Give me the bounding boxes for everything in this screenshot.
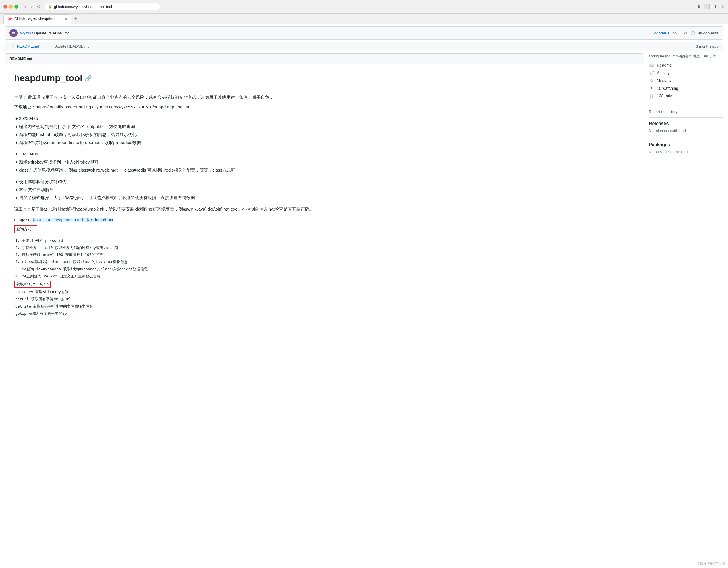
reload-button[interactable]: ↺: [35, 3, 42, 10]
file-row: 📄 README.md Update README.md 3 months ag…: [5, 42, 723, 51]
query-section-label: 查询方式：: [14, 226, 37, 233]
maximize-button[interactable]: [14, 5, 18, 9]
disclaimer-text: 声明： 此工具仅用于企业安全人员自查验证自身企业资产的安全风险，或有合法授权的安…: [14, 94, 635, 101]
sidebar-forks-label: 138 forks: [657, 94, 673, 98]
bookmark-icon[interactable]: ☆: [721, 4, 725, 9]
log-item-1: + 输出内容会写到当前目录下 文件名_output.txt，方便随时查询: [14, 123, 635, 130]
readme-body: heapdump_tool 🔗 声明： 此工具仅用于企业安全人员自查验证自身企业…: [5, 64, 644, 328]
packages-empty: No packages published: [649, 150, 723, 154]
query-item-1: 1. 关键词 例如 password: [14, 238, 635, 244]
sidebar-divider-2: [649, 117, 723, 118]
file-commit-msg: Update README.md: [54, 44, 693, 49]
description-section: 该工具是基于jhat，通过jhat解析heapdump文件，所以需要安装jdk和…: [14, 206, 635, 213]
getfile-item-4: getip 获取所有字符串中的ip: [14, 311, 635, 317]
file-name[interactable]: README.md: [17, 44, 51, 49]
close-button[interactable]: [3, 5, 7, 9]
description-text: 该工具是基于jhat，通过jhat解析heapdump文件，所以需要安装jdk和…: [14, 206, 635, 213]
sidebar-stars-label: 1k stars: [657, 78, 671, 83]
watermark: CSDN @星球守卫者: [697, 561, 726, 566]
book-icon: 📖: [649, 63, 655, 68]
query-item-2: 2. 字符长度 len=10 获取长度为10的所有key或者value值: [14, 245, 635, 251]
sidebar-divider-1: [649, 106, 723, 106]
sidebar-readme-label: Readme: [657, 63, 672, 67]
usage-line: usage:> java -jar heapdump_tool.jar heap…: [14, 217, 635, 223]
readme-title: heapdump_tool 🔗: [14, 71, 635, 89]
commit-date: on Jul 21: [673, 31, 688, 35]
commit-author[interactable]: wyzxxz: [20, 31, 33, 35]
sidebar: spring heapdump中的密码明文，AK，等 📖 Readme 📈 Ac…: [649, 53, 723, 328]
minimize-button[interactable]: [9, 5, 13, 9]
download-url: 下载地址：https://toolaffix.oss-cn-beijing.al…: [14, 104, 635, 111]
changelog-date-1: + 20230425: [14, 115, 635, 122]
share-icon[interactable]: ⬆: [713, 4, 717, 9]
repo-description: spring heapdump中的密码明文，AK，等: [649, 53, 723, 59]
improve-1: + 使用体感和部分功能调优。: [14, 178, 635, 185]
sidebar-item-forks[interactable]: 🍴 138 forks: [649, 92, 723, 100]
tab-close-button[interactable]: ✕: [65, 17, 67, 21]
active-tab[interactable]: 🐙 GitHub - wyzxxz/heapdump_t... ✕: [3, 14, 71, 24]
sidebar-item-watching[interactable]: 👁 10 watching: [649, 85, 723, 92]
address-bar[interactable]: 🔒 github.com/wyzxxz/heapdump_tool: [45, 3, 160, 10]
releases-empty: No releases published: [649, 129, 723, 133]
commit-message: Update README.md: [34, 31, 69, 35]
packages-title: Packages: [649, 142, 723, 148]
improve-3: + 增加了模式选择，大于15W数据时，可以选择模式0 ，不用加载所有数据，直接快…: [14, 194, 635, 201]
tab-title: GitHub - wyzxxz/heapdump_t...: [14, 17, 62, 21]
sidebar-item-stars[interactable]: ☆ 1k stars: [649, 77, 723, 85]
query-items: 1. 关键词 例如 password 2. 字符长度 len=10 获取长度为1…: [14, 238, 635, 317]
browser-toolbar-right: ⬇ ⬜ ⬆ ☆: [697, 4, 725, 9]
query-item-4: 4. class模糊搜索 class=xxx 获取class的instance数…: [14, 259, 635, 265]
query-item-5: 5. id查询 id=0xaaaaaa 获取id为0xaaaaaa的class或…: [14, 266, 635, 272]
commit-bar: w wyzxxz Update README.md cdbde6a on Jul…: [5, 26, 723, 40]
traffic-lights: [3, 5, 18, 9]
file-icon: 📄: [9, 44, 14, 49]
usage-code: java -jar heapdump_tool.jar heapdump: [30, 218, 113, 222]
nav-buttons: ‹ › ↺: [23, 3, 42, 10]
commit-meta: cdbde6a on Jul 21 🕐 49 commits: [654, 31, 719, 35]
download-icon[interactable]: ⬇: [697, 4, 701, 9]
changelog-2023b: + 20230406 + 新增shirokey查找识别，输入shirokey即可…: [14, 151, 635, 174]
eye-icon: 👁: [649, 86, 655, 91]
packages-section: Packages No packages published: [649, 142, 723, 154]
new-tab-button[interactable]: +: [73, 16, 79, 22]
anchor-icon[interactable]: 🔗: [85, 74, 92, 83]
releases-section: Releases No releases published: [649, 121, 723, 133]
getfile-item-2: geturl 获取所有字符串中的url: [14, 296, 635, 302]
log-item-2: + 新增功能hashtable读取，可获取比较多的信息，结果展示优化: [14, 131, 635, 138]
readme-disclaimer: 声明： 此工具仅用于企业安全人员自查验证自身企业资产的安全风险，或有合法授权的安…: [14, 94, 635, 111]
releases-title: Releases: [649, 121, 723, 126]
report-section: Report repository: [649, 109, 723, 114]
github-page: w wyzxxz Update README.md cdbde6a on Jul…: [0, 24, 728, 568]
star-icon: ☆: [649, 78, 655, 84]
improvements: + 使用体感和部分功能调优。 + 对gz文件自动解压 + 增加了模式选择，大于1…: [14, 178, 635, 201]
clock-icon: 🕐: [690, 31, 695, 35]
commit-count: 49 commits: [698, 31, 719, 35]
sidebar-item-readme[interactable]: 📖 Readme: [649, 61, 723, 69]
getfile-section-label: 获取url,file,ip: [14, 281, 51, 288]
sidebar-nav-section: 📖 Readme 📈 Activity ☆ 1k stars 👁 10 watc…: [649, 61, 723, 100]
sidebar-divider-3: [649, 139, 723, 139]
file-age: 3 months ago: [696, 44, 719, 49]
readme-area: README.md heapdump_tool 🔗 声明： 此工具仅用于企业安全…: [5, 53, 644, 328]
query-item-6: 4. re正则查询 re=xxx 自定义正则查询数据信息: [14, 274, 635, 280]
sidebar-item-activity[interactable]: 📈 Activity: [649, 69, 723, 77]
fork-icon: 🍴: [649, 93, 655, 99]
tab-favicon: 🐙: [8, 17, 12, 21]
commit-hash[interactable]: cdbde6a: [654, 31, 670, 35]
back-button[interactable]: ‹: [23, 3, 28, 10]
getfile-item-3: getfile 获取所有字符串中的文件路径文件名: [14, 303, 635, 309]
sidebar-watching-label: 10 watching: [657, 86, 678, 91]
browser-chrome: ‹ › ↺ 🔒 github.com/wyzxxz/heapdump_tool …: [0, 0, 728, 14]
extensions-icon[interactable]: ⬜: [704, 4, 710, 9]
url-text: github.com/wyzxxz/heapdump_tool: [54, 5, 112, 9]
forward-button[interactable]: ›: [29, 3, 34, 10]
getfile-item-1: shirokey 获取shirokey的值: [14, 289, 635, 295]
query-item-3: 3. 按顺序获取 num=1-100 获取顺序1-100的字符: [14, 252, 635, 258]
log-item-4: + 新增shirokey查找识别，输入shirokey即可: [14, 159, 635, 166]
lock-icon: 🔒: [48, 5, 52, 9]
improve-2: + 对gz文件自动解压: [14, 186, 635, 193]
tab-bar: 🐙 GitHub - wyzxxz/heapdump_t... ✕ +: [0, 14, 728, 24]
report-repository-link[interactable]: Report repository: [649, 110, 677, 114]
main-content: README.md heapdump_tool 🔗 声明： 此工具仅用于企业安全…: [0, 53, 728, 333]
usage-section: usage:> java -jar heapdump_tool.jar heap…: [14, 217, 635, 233]
